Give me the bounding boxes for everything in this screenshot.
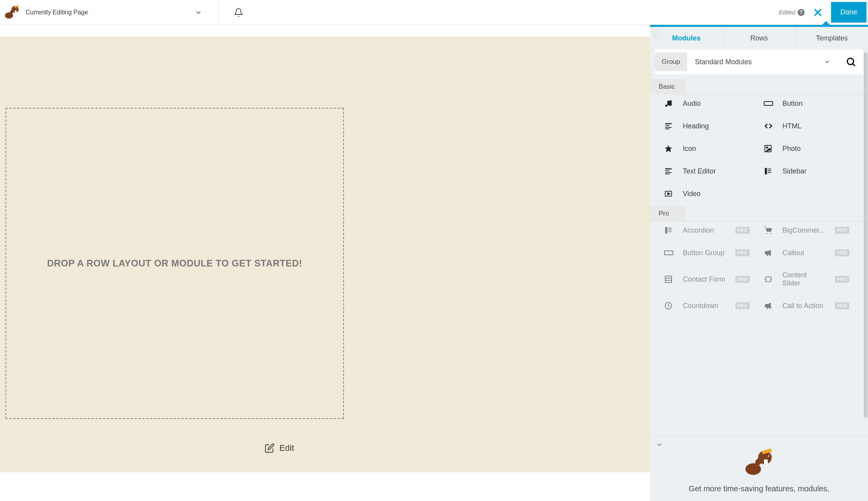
svg-rect-21: [665, 170, 670, 171]
audio-icon: [664, 99, 674, 108]
edited-status[interactable]: Edited ?: [779, 9, 805, 16]
module-group-select[interactable]: Standard Modules: [687, 58, 838, 66]
sidebar-icon: [764, 167, 774, 175]
promo-logo: [743, 448, 775, 479]
clock-icon: [664, 301, 674, 310]
tab-modules[interactable]: Modules: [650, 27, 722, 50]
panel-scrollbar[interactable]: [864, 52, 868, 461]
done-button[interactable]: Done: [831, 2, 866, 23]
tab-templates[interactable]: Templates: [796, 27, 868, 50]
app-logo[interactable]: [4, 4, 20, 21]
top-bar-right: Edited ? Done: [779, 2, 868, 23]
promo-text: Get more time-saving features, modules,: [663, 484, 856, 493]
module-video[interactable]: Video: [664, 189, 760, 198]
content-panel: Modules Rows Templates Group Standard Mo…: [650, 25, 868, 501]
section-pro-header: Pro: [650, 206, 868, 221]
module-sidebar[interactable]: Sidebar: [764, 167, 859, 175]
svg-rect-22: [665, 172, 672, 173]
svg-rect-25: [768, 169, 771, 170]
module-button-group[interactable]: Button GroupPRO: [664, 249, 760, 257]
edit-link[interactable]: Edit: [265, 443, 294, 453]
panel-body[interactable]: Basic Audio Button Heading HTML Icon Pho…: [650, 79, 868, 436]
tab-rows[interactable]: Rows: [723, 27, 795, 50]
html-icon: [764, 122, 774, 130]
top-bar-left: Currently Editing Page: [4, 0, 243, 25]
svg-rect-33: [668, 231, 672, 232]
svg-rect-16: [665, 128, 670, 129]
basic-modules-grid: Audio Button Heading HTML Icon Photo Tex…: [650, 95, 868, 206]
notifications-icon[interactable]: [234, 8, 243, 17]
star-icon: [664, 144, 674, 153]
svg-point-35: [770, 233, 772, 234]
photo-icon: [764, 144, 774, 153]
panel-drag-handle[interactable]: [653, 30, 659, 39]
section-basic-header: Basic: [650, 79, 868, 95]
search-icon: [845, 56, 856, 67]
promo-panel: Get more time-saving features, modules,: [650, 436, 868, 501]
title-controls: [195, 0, 243, 25]
module-callout[interactable]: CalloutPRO: [764, 249, 859, 257]
module-text-editor[interactable]: Text Editor: [664, 167, 760, 175]
svg-point-8: [847, 58, 854, 65]
module-heading[interactable]: Heading: [664, 122, 760, 130]
edit-label: Edit: [279, 443, 294, 453]
module-countdown[interactable]: CountdownPRO: [664, 301, 760, 310]
pro-badge: PRO: [835, 249, 849, 256]
pro-modules-grid: AccordionPRO BigCommer...PRO Button Grou…: [650, 221, 868, 318]
svg-point-10: [665, 105, 668, 107]
chevron-down-icon: [824, 58, 831, 65]
module-audio[interactable]: Audio: [664, 99, 760, 108]
svg-point-11: [670, 104, 672, 106]
module-content-slider[interactable]: Content SliderPRO: [764, 271, 859, 287]
module-call-to-action[interactable]: Call to ActionPRO: [764, 301, 859, 310]
text-icon: [664, 167, 674, 175]
accordion-icon: [664, 226, 674, 235]
form-icon: [664, 275, 674, 284]
group-label[interactable]: Group: [655, 53, 687, 71]
slider-icon: [764, 275, 774, 284]
module-button[interactable]: Button: [764, 99, 859, 108]
svg-rect-27: [768, 172, 771, 173]
svg-rect-40: [766, 277, 771, 282]
drop-zone-text: DROP A ROW LAYOUT OR MODULE TO GET START…: [47, 258, 302, 269]
pro-badge: PRO: [735, 302, 750, 309]
svg-rect-49: [764, 459, 768, 464]
module-photo[interactable]: Photo: [764, 144, 859, 153]
module-html[interactable]: HTML: [764, 122, 859, 130]
module-bigcommerce[interactable]: BigCommer...PRO: [764, 226, 859, 235]
svg-point-34: [766, 233, 768, 234]
module-contact-form[interactable]: Contact FormPRO: [664, 271, 760, 287]
title-dropdown-icon[interactable]: [195, 9, 202, 16]
svg-marker-17: [665, 145, 672, 152]
megaphone-icon: [764, 301, 774, 310]
svg-rect-36: [665, 251, 673, 255]
promo-collapse-icon[interactable]: [656, 441, 663, 448]
panel-pointer: [821, 21, 831, 26]
svg-rect-15: [665, 127, 672, 128]
search-button[interactable]: [838, 56, 863, 67]
pro-badge: PRO: [735, 276, 750, 283]
pro-badge: PRO: [835, 227, 849, 234]
help-icon[interactable]: ?: [798, 9, 805, 16]
svg-rect-30: [665, 227, 668, 234]
svg-rect-13: [665, 123, 672, 124]
pro-badge: PRO: [735, 227, 750, 234]
svg-rect-5: [15, 10, 17, 13]
svg-rect-37: [665, 276, 672, 283]
megaphone-icon: [764, 249, 774, 257]
drop-zone[interactable]: DROP A ROW LAYOUT OR MODULE TO GET START…: [5, 108, 344, 419]
svg-rect-23: [665, 173, 670, 174]
svg-rect-24: [765, 168, 767, 175]
svg-rect-31: [668, 228, 672, 229]
svg-rect-26: [768, 170, 771, 171]
top-bar: Currently Editing Page Edited ? Done: [0, 0, 868, 25]
divider: [218, 0, 218, 25]
module-group-value: Standard Modules: [695, 58, 752, 66]
page-title[interactable]: Currently Editing Page: [26, 9, 88, 16]
close-panel-icon[interactable]: [812, 7, 823, 18]
pro-badge: PRO: [735, 249, 750, 256]
module-icon[interactable]: Icon: [664, 144, 760, 153]
module-accordion[interactable]: AccordionPRO: [664, 226, 760, 235]
video-icon: [664, 189, 674, 198]
svg-rect-20: [665, 168, 672, 170]
